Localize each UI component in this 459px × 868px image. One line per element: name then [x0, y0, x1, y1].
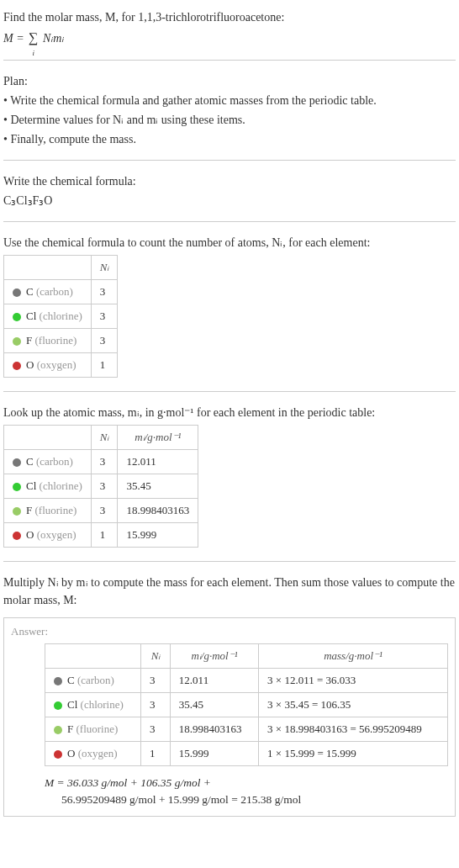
ni-value: 3 — [91, 280, 118, 304]
divider — [3, 60, 456, 61]
mass-value: 1 × 15.999 = 15.999 — [259, 742, 448, 766]
count-heading: Use the chemical formula to count the nu… — [3, 234, 456, 251]
table-row: Cl (chlorine) 3 35.45 — [4, 474, 198, 499]
element-symbol: C — [67, 674, 75, 686]
masses-block: Look up the atomic mass, mᵢ, in g·mol⁻¹ … — [3, 399, 456, 554]
element-swatch-icon — [13, 288, 21, 297]
element-swatch-icon — [54, 726, 62, 734]
ni-value: 3 — [91, 304, 118, 329]
table-row: O (oxygen) 1 15.999 — [4, 523, 198, 548]
element-swatch-icon — [13, 532, 21, 540]
element-name: (oxygen) — [37, 528, 76, 541]
element-symbol: F — [67, 722, 73, 735]
ni-value: 3 — [141, 669, 171, 693]
element-name: (fluorine) — [34, 504, 76, 516]
answer-label: Answer: — [11, 625, 448, 638]
element-symbol: F — [26, 504, 32, 516]
ni-header: Nᵢ — [141, 644, 171, 669]
element-symbol: F — [26, 334, 32, 347]
mi-header: mᵢ/g·mol⁻¹ — [118, 426, 198, 450]
multiply-block: Multiply Nᵢ by mᵢ to compute the mass fo… — [3, 569, 456, 614]
ni-header: Nᵢ — [91, 426, 118, 450]
count-block: Use the chemical formula to count the nu… — [3, 229, 456, 384]
sigma-icon: ∑i — [29, 28, 38, 48]
element-name: (fluorine) — [76, 722, 118, 735]
table-row: C (carbon) 3 12.011 — [4, 450, 198, 474]
table-row: O (oxygen) 1 — [4, 353, 118, 378]
element-swatch-icon — [13, 313, 21, 321]
mi-value: 12.011 — [118, 450, 198, 474]
table-row: Cl (chlorine) 3 35.45 3 × 35.45 = 106.35 — [45, 693, 448, 717]
element-name: (carbon) — [77, 674, 114, 686]
element-swatch-icon — [54, 677, 62, 685]
element-swatch-icon — [54, 701, 62, 710]
empty-header — [4, 426, 92, 450]
ni-value: 3 — [91, 329, 118, 353]
divider — [3, 561, 456, 562]
divider — [3, 221, 456, 222]
element-swatch-icon — [13, 337, 21, 346]
mass-value: 3 × 35.45 = 106.35 — [259, 693, 448, 717]
intro-line1: Find the molar mass, M, for 1,1,3-trichl… — [3, 8, 456, 26]
count-table: Nᵢ C (carbon) 3 Cl (chlorine) 3 F (fluor… — [3, 255, 118, 378]
plan-block: Plan: • Write the chemical formula and g… — [3, 67, 456, 153]
masses-heading: Look up the atomic mass, mᵢ, in g·mol⁻¹ … — [3, 404, 456, 421]
mi-value: 15.999 — [118, 523, 198, 548]
ni-value: 1 — [141, 742, 171, 766]
intro-formula: M = ∑i Nᵢmᵢ — [3, 28, 456, 48]
ni-value: 3 — [141, 693, 171, 717]
table-header-row: Nᵢ mᵢ/g·mol⁻¹ — [4, 426, 198, 450]
table-header-row: Nᵢ mᵢ/g·mol⁻¹ mass/g·mol⁻¹ — [45, 644, 448, 669]
element-symbol: Cl — [26, 310, 36, 322]
ni-value: 1 — [91, 523, 118, 548]
element-swatch-icon — [13, 362, 21, 370]
element-name: (oxygen) — [37, 358, 76, 371]
formula-value: C₃Cl₃F₃O — [3, 192, 456, 209]
element-swatch-icon — [13, 483, 21, 491]
element-swatch-icon — [54, 750, 62, 759]
mi-value: 18.998403163 — [170, 717, 258, 742]
element-symbol: C — [26, 285, 34, 298]
final-mass: M = 36.033 g/mol + 106.35 g/mol + 56.995… — [45, 775, 448, 809]
element-name: (chlorine) — [40, 479, 82, 492]
empty-header — [45, 644, 141, 669]
mi-value: 35.45 — [118, 474, 198, 499]
masses-table: Nᵢ mᵢ/g·mol⁻¹ C (carbon) 3 12.011 Cl (ch… — [3, 425, 198, 548]
plan-bullet: • Finally, compute the mass. — [3, 130, 456, 148]
table-row: O (oxygen) 1 15.999 1 × 15.999 = 15.999 — [45, 742, 448, 766]
ni-value: 1 — [91, 353, 118, 378]
formula-heading: Write the chemical formula: — [3, 172, 456, 190]
table-row: F (fluorine) 3 18.998403163 3 × 18.99840… — [45, 717, 448, 742]
final-line1: M = 36.033 g/mol + 106.35 g/mol + — [45, 775, 448, 791]
element-swatch-icon — [13, 507, 21, 516]
element-symbol: O — [67, 747, 75, 760]
mi-value: 12.011 — [170, 669, 258, 693]
element-name: (carbon) — [36, 285, 73, 298]
table-header-row: Nᵢ — [4, 256, 118, 280]
intro-m-eq: M = — [3, 32, 27, 45]
mi-header: mᵢ/g·mol⁻¹ — [170, 644, 258, 669]
element-symbol: Cl — [26, 479, 36, 492]
element-name: (oxygen) — [78, 747, 118, 760]
mass-value: 3 × 18.998403163 = 56.995209489 — [259, 717, 448, 742]
intro-block: Find the molar mass, M, for 1,1,3-trichl… — [3, 3, 456, 53]
table-row: F (fluorine) 3 — [4, 329, 118, 353]
ni-value: 3 — [91, 499, 118, 523]
ni-header: Nᵢ — [91, 256, 118, 280]
element-name: (chlorine) — [81, 698, 124, 711]
divider — [3, 391, 456, 392]
ni-value: 3 — [91, 474, 118, 499]
element-symbol: C — [26, 455, 34, 468]
element-name: (fluorine) — [34, 334, 76, 347]
mi-value: 18.998403163 — [118, 499, 198, 523]
mass-header: mass/g·mol⁻¹ — [259, 644, 448, 669]
plan-bullet: • Determine values for Nᵢ and mᵢ using t… — [3, 111, 456, 129]
multiply-heading: Multiply Nᵢ by mᵢ to compute the mass fo… — [3, 574, 456, 609]
divider — [3, 160, 456, 161]
empty-header — [4, 256, 92, 280]
element-symbol: O — [26, 528, 34, 541]
element-symbol: Cl — [67, 698, 77, 711]
mi-value: 35.45 — [170, 693, 258, 717]
plan-heading: Plan: — [3, 72, 456, 90]
final-line2: 56.995209489 g/mol + 15.999 g/mol = 215.… — [45, 791, 448, 808]
